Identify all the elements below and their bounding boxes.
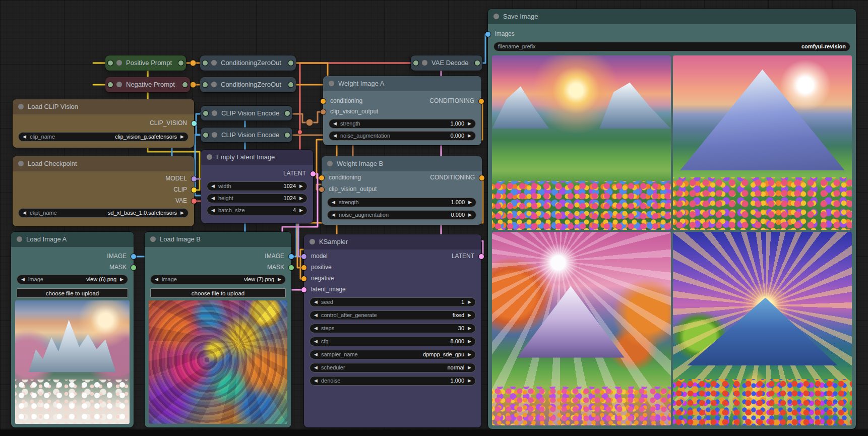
reroute-dot[interactable] bbox=[306, 119, 313, 126]
strength-widget[interactable]: ◀strength1.000▶ bbox=[329, 119, 476, 129]
scheduler-widget[interactable]: ◀schedulernormal▶ bbox=[309, 363, 476, 372]
ckpt_name-widget[interactable]: ◀ckpt_namesd_xl_base_1.0.safetensors▶ bbox=[18, 208, 189, 218]
decrement-arrow-icon[interactable]: ◀ bbox=[332, 198, 335, 207]
decrement-arrow-icon[interactable]: ◀ bbox=[211, 206, 215, 215]
steps-widget[interactable]: ◀steps30▶ bbox=[309, 324, 476, 333]
collapsed-input-dot[interactable] bbox=[108, 82, 113, 87]
node-empty-latent-image[interactable]: Empty Latent ImageLATENT◀width1024▶◀heig… bbox=[201, 150, 313, 223]
node-header[interactable]: Load CLIP Vision bbox=[13, 99, 194, 114]
decrement-arrow-icon[interactable]: ◀ bbox=[23, 132, 26, 142]
increment-arrow-icon[interactable]: ▶ bbox=[468, 210, 472, 220]
collapse-dot-icon[interactable] bbox=[327, 161, 333, 166]
node-header[interactable]: Load Checkpoint bbox=[13, 156, 194, 171]
output-port-CLIP[interactable] bbox=[192, 188, 197, 193]
collapse-dot-icon[interactable] bbox=[18, 104, 24, 109]
collapsed-output-dot[interactable] bbox=[288, 82, 293, 87]
decrement-arrow-icon[interactable]: ◀ bbox=[314, 337, 318, 346]
collapsed-input-dot[interactable] bbox=[203, 60, 208, 66]
cfg-widget[interactable]: ◀cfg8.000▶ bbox=[309, 337, 476, 346]
node-header[interactable]: Load Image A bbox=[11, 232, 134, 247]
output-port-MASK[interactable] bbox=[131, 265, 136, 270]
collapse-dot-icon[interactable] bbox=[17, 236, 22, 242]
node-load-checkpoint[interactable]: Load CheckpointMODELCLIPVAE◀ckpt_namesd_… bbox=[13, 156, 194, 226]
collapsed-output-dot[interactable] bbox=[288, 60, 293, 66]
collapse-dot-icon[interactable] bbox=[150, 236, 156, 242]
node-weight-image-b[interactable]: Weight Image Bconditioningclip_vision_ou… bbox=[322, 156, 482, 225]
increment-arrow-icon[interactable]: ▶ bbox=[278, 275, 281, 284]
node-graph-canvas[interactable]: Positive PromptNegative PromptConditioni… bbox=[0, 0, 868, 436]
input-port-images[interactable] bbox=[485, 32, 490, 37]
input-port-negative[interactable] bbox=[301, 276, 306, 281]
increment-arrow-icon[interactable]: ▶ bbox=[468, 324, 471, 333]
decrement-arrow-icon[interactable]: ◀ bbox=[314, 376, 318, 386]
output-port-LATENT[interactable] bbox=[311, 171, 316, 176]
upload-button[interactable]: choose file to upload bbox=[150, 288, 286, 298]
seed-widget[interactable]: ◀seed1▶ bbox=[309, 297, 476, 307]
collapsed-input-dot[interactable] bbox=[203, 111, 208, 116]
collapsed-output-dot[interactable] bbox=[285, 133, 290, 138]
decrement-arrow-icon[interactable]: ◀ bbox=[314, 350, 318, 359]
collapse-dot-icon[interactable] bbox=[116, 60, 122, 66]
image-widget[interactable]: ◀imageview (6).png▶ bbox=[17, 275, 128, 284]
output-port-CLIP_VISION[interactable] bbox=[192, 121, 197, 126]
collapse-dot-icon[interactable] bbox=[211, 60, 217, 66]
decrement-arrow-icon[interactable]: ◀ bbox=[211, 181, 215, 191]
collapse-dot-icon[interactable] bbox=[18, 161, 24, 166]
input-port-conditioning[interactable] bbox=[321, 99, 326, 104]
upload-button[interactable]: choose file to upload bbox=[17, 288, 128, 298]
sampler_name-widget[interactable]: ◀sampler_namedpmpp_sde_gpu▶ bbox=[309, 350, 476, 359]
collapse-dot-icon[interactable] bbox=[309, 239, 315, 244]
decrement-arrow-icon[interactable]: ◀ bbox=[332, 210, 335, 220]
input-port-positive[interactable] bbox=[301, 265, 306, 270]
input-port-clip_vision_output[interactable] bbox=[319, 187, 324, 192]
node-header[interactable]: KSampler bbox=[304, 234, 481, 250]
node-header[interactable]: Save Image bbox=[488, 9, 856, 24]
noise_augmentation-widget[interactable]: ◀noise_augmentation0.000▶ bbox=[329, 131, 476, 141]
output-port-IMAGE[interactable] bbox=[131, 254, 136, 259]
control_after_generate-widget[interactable]: ◀control_after_generatefixed▶ bbox=[309, 310, 476, 320]
collapsed-input-dot[interactable] bbox=[203, 133, 208, 138]
width-widget[interactable]: ◀width1024▶ bbox=[207, 181, 307, 191]
decrement-arrow-icon[interactable]: ◀ bbox=[211, 194, 215, 203]
height-widget[interactable]: ◀height1024▶ bbox=[207, 194, 307, 203]
output-port-CONDITIONING[interactable] bbox=[479, 175, 484, 180]
increment-arrow-icon[interactable]: ▶ bbox=[299, 181, 303, 191]
node-load-clip-vision[interactable]: Load CLIP VisionCLIP_VISION◀clip_namecli… bbox=[13, 99, 194, 148]
collapsed-output-dot[interactable] bbox=[475, 60, 480, 66]
decrement-arrow-icon[interactable]: ◀ bbox=[333, 131, 337, 141]
filename_prefix-widget[interactable]: filename_prefixcomfyui-revision bbox=[493, 42, 850, 51]
input-port-model[interactable] bbox=[301, 254, 306, 259]
increment-arrow-icon[interactable]: ▶ bbox=[180, 132, 184, 142]
collapse-dot-icon[interactable] bbox=[212, 110, 217, 116]
node-save-image[interactable]: Save Imageimagesfilename_prefixcomfyui-r… bbox=[488, 9, 856, 429]
increment-arrow-icon[interactable]: ▶ bbox=[180, 208, 184, 218]
output-port-MASK[interactable] bbox=[289, 265, 294, 270]
collapsed-output-dot[interactable] bbox=[182, 82, 188, 87]
node-weight-image-a[interactable]: Weight Image Aconditioningclip_vision_ou… bbox=[323, 76, 481, 145]
increment-arrow-icon[interactable]: ▶ bbox=[468, 337, 471, 346]
reroute-dot[interactable] bbox=[190, 60, 196, 66]
denoise-widget[interactable]: ◀denoise1.000▶ bbox=[309, 376, 476, 386]
decrement-arrow-icon[interactable]: ◀ bbox=[314, 363, 318, 372]
output-port-MODEL[interactable] bbox=[192, 176, 197, 181]
node-positive-prompt[interactable]: Positive Prompt bbox=[105, 55, 186, 71]
node-header[interactable]: Empty Latent Image bbox=[201, 150, 313, 165]
batch_size-widget[interactable]: ◀batch_size4▶ bbox=[207, 206, 307, 215]
increment-arrow-icon[interactable]: ▶ bbox=[468, 198, 472, 207]
increment-arrow-icon[interactable]: ▶ bbox=[468, 119, 471, 129]
node-header[interactable]: Weight Image B bbox=[322, 156, 482, 171]
increment-arrow-icon[interactable]: ▶ bbox=[468, 350, 471, 359]
noise_augmentation-widget[interactable]: ◀noise_augmentation0.000▶ bbox=[327, 210, 476, 220]
node-clip-vision-encode-2[interactable]: CLIP Vision Encode bbox=[201, 128, 292, 142]
collapsed-input-dot[interactable] bbox=[203, 82, 208, 87]
collapsed-input-dot[interactable] bbox=[413, 60, 418, 66]
strength-widget[interactable]: ◀strength1.000▶ bbox=[327, 198, 476, 207]
decrement-arrow-icon[interactable]: ◀ bbox=[314, 310, 318, 320]
input-port-conditioning[interactable] bbox=[319, 175, 324, 180]
collapse-dot-icon[interactable] bbox=[211, 82, 217, 87]
increment-arrow-icon[interactable]: ▶ bbox=[468, 297, 471, 307]
output-port-CONDITIONING[interactable] bbox=[479, 99, 484, 104]
output-port-LATENT[interactable] bbox=[479, 254, 484, 259]
collapse-dot-icon[interactable] bbox=[116, 82, 122, 87]
reroute-dot[interactable] bbox=[298, 130, 302, 135]
